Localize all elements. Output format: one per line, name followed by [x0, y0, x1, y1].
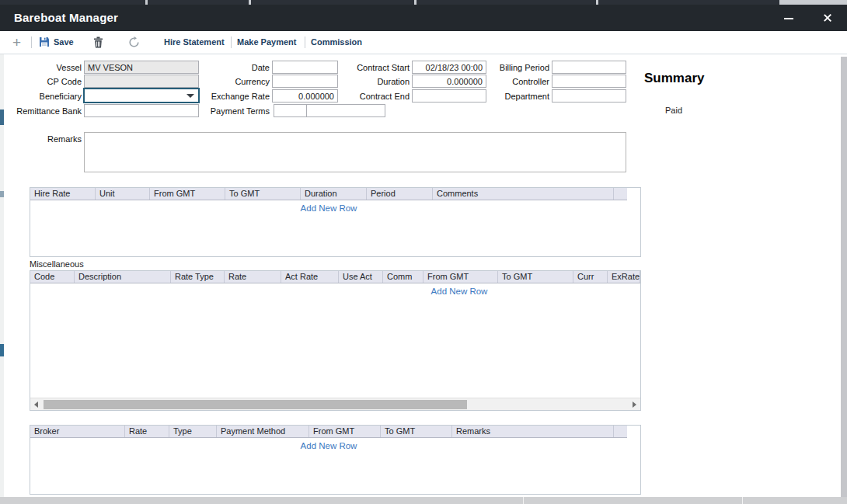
trash-icon [93, 36, 103, 48]
broker-add-new-row-link[interactable]: Add New Row [30, 441, 627, 450]
vessel-field[interactable] [84, 61, 199, 74]
remarks-field[interactable] [84, 132, 626, 172]
column-header[interactable]: ExRate [608, 271, 640, 283]
toolbar: + Save [0, 31, 847, 54]
cp-code-label: CP Code [0, 77, 82, 87]
add-button[interactable]: + [12, 31, 21, 54]
column-header[interactable]: Remarks [452, 426, 614, 437]
toolbar-separator [31, 36, 32, 48]
miscellaneous-add-new-row-link[interactable]: Add New Row [382, 287, 537, 296]
toolbar-separator [305, 36, 305, 48]
remarks-label: Remarks [0, 134, 82, 144]
payment-terms-code-field[interactable] [274, 104, 307, 117]
close-button[interactable] [814, 5, 841, 31]
column-header[interactable]: Comm [383, 271, 424, 283]
refresh-button[interactable] [128, 31, 140, 54]
payment-terms-label: Payment Terms [186, 106, 270, 116]
column-header[interactable]: Rate Type [171, 271, 225, 283]
column-header[interactable]: From GMT [424, 271, 498, 283]
minimize-icon [784, 18, 793, 19]
column-header[interactable]: Period [367, 188, 433, 200]
controller-field[interactable] [552, 75, 626, 88]
duration-label: Duration [334, 77, 410, 87]
hire-statement-button[interactable]: Hire Statement [164, 31, 225, 54]
close-icon [823, 13, 832, 23]
column-header[interactable]: To GMT [498, 271, 573, 283]
currency-field[interactable] [272, 75, 338, 88]
date-field[interactable] [272, 61, 338, 74]
contract-end-label: Contract End [334, 92, 410, 102]
summary-title: Summary [644, 71, 704, 86]
column-header[interactable]: Payment Method [217, 426, 309, 437]
column-header-spacer [614, 426, 627, 437]
column-header[interactable]: Duration [301, 188, 367, 200]
date-label: Date [186, 63, 270, 73]
column-header[interactable]: Type [169, 426, 217, 437]
miscellaneous-table: Code Description Rate Type Rate Act Rate… [30, 270, 641, 411]
save-button[interactable]: Save [39, 31, 74, 54]
broker-table: Broker Rate Type Payment Method From GMT… [30, 425, 641, 495]
title-bar[interactable]: Bareboat Manager [0, 5, 847, 31]
background-window-edge-right [841, 57, 847, 504]
hire-rate-table: Hire Rate Unit From GMT To GMT Duration … [30, 187, 641, 257]
column-header[interactable]: Hire Rate [30, 188, 96, 200]
scroll-right-button[interactable] [628, 398, 640, 411]
miscellaneous-section-label: Miscellaneous [30, 259, 84, 269]
column-header[interactable]: Act Rate [281, 271, 339, 283]
remittance-bank-label: Remittance Bank [0, 106, 82, 116]
column-header[interactable]: Curr [573, 271, 608, 283]
plus-icon: + [12, 34, 21, 50]
summary-paid-label: Paid [665, 106, 682, 115]
delete-button[interactable] [93, 31, 103, 54]
currency-label: Currency [186, 77, 270, 87]
column-header[interactable]: From GMT [150, 188, 225, 200]
beneficiary-label: Beneficiary [0, 92, 82, 102]
column-header[interactable]: Description [75, 271, 171, 283]
arrow-right-icon [633, 401, 636, 408]
minimize-button[interactable] [776, 5, 802, 31]
refresh-icon [128, 36, 140, 48]
cp-code-field[interactable] [84, 75, 199, 88]
miscellaneous-horizontal-scrollbar[interactable] [30, 398, 640, 410]
column-header[interactable]: Use Act [339, 271, 383, 283]
controller-label: Controller [474, 77, 549, 87]
contract-start-label: Contract Start [334, 63, 410, 73]
hire-add-new-row-link[interactable]: Add New Row [30, 203, 627, 213]
scrollbar-thumb[interactable] [44, 400, 467, 409]
column-header[interactable]: Code [30, 271, 75, 283]
vessel-label: Vessel [0, 63, 82, 73]
commission-button[interactable]: Commission [311, 31, 362, 54]
exchange-rate-field[interactable] [272, 89, 338, 103]
column-header[interactable]: Unit [96, 188, 150, 200]
broker-table-header: Broker Rate Type Payment Method From GMT… [30, 426, 627, 438]
column-header[interactable]: Rate [225, 271, 281, 283]
background-window-edge-bottom [0, 497, 847, 504]
column-header[interactable]: Broker [30, 426, 125, 437]
department-field[interactable] [552, 89, 626, 103]
department-label: Department [474, 92, 549, 102]
background-window-edge-left [0, 54, 4, 497]
scroll-left-button[interactable] [30, 398, 43, 411]
exchange-rate-label: Exchange Rate [186, 92, 270, 102]
toolbar-separator [231, 36, 232, 48]
miscellaneous-table-header: Code Description Rate Type Rate Act Rate… [30, 271, 640, 283]
column-header[interactable]: To GMT [381, 426, 452, 437]
arrow-left-icon [34, 401, 38, 408]
billing-period-label: Billing Period [474, 63, 549, 73]
column-header[interactable]: From GMT [309, 426, 381, 437]
column-header-spacer [614, 188, 627, 200]
column-header[interactable]: Comments [433, 188, 614, 200]
column-header[interactable]: To GMT [225, 188, 301, 200]
hire-rate-table-header: Hire Rate Unit From GMT To GMT Duration … [30, 188, 627, 200]
billing-period-field[interactable] [552, 61, 626, 74]
remittance-bank-field[interactable] [84, 104, 199, 117]
payment-terms-description-field[interactable] [306, 104, 385, 117]
beneficiary-select[interactable] [83, 88, 200, 103]
floppy-disk-icon [39, 36, 50, 47]
column-header[interactable]: Rate [125, 426, 169, 437]
bareboat-manager-window: Bareboat Manager + Save [0, 0, 847, 504]
save-label: Save [54, 37, 74, 47]
make-payment-button[interactable]: Make Payment [237, 31, 296, 54]
window-title: Bareboat Manager [14, 11, 118, 24]
